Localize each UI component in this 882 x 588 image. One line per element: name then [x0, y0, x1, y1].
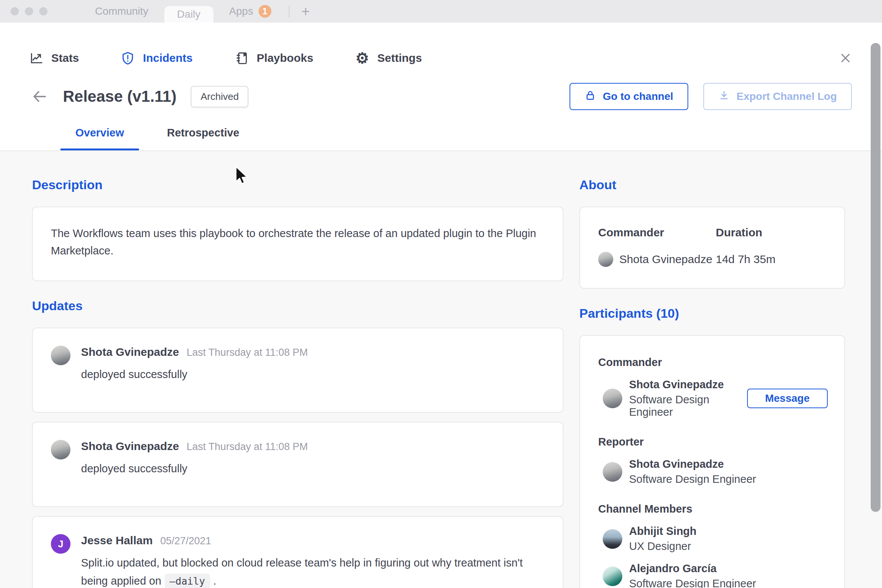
browser-tab-bar: Community Daily Apps 1 + — [0, 0, 882, 23]
participants-heading: Participants (10) — [579, 306, 845, 321]
about-card: Commander Duration Shota Gvinepadze 14d … — [579, 207, 845, 289]
new-tab-button[interactable]: + — [296, 4, 316, 18]
export-channel-log-label: Export Channel Log — [737, 90, 837, 103]
inline-code: –daily — [165, 574, 210, 588]
browser-tab-apps[interactable]: Apps 1 — [213, 0, 279, 23]
participant-role: UX Designer — [629, 540, 697, 553]
go-to-channel-button[interactable]: Go to channel — [570, 83, 688, 110]
avatar: J — [51, 534, 70, 554]
description-heading: Description — [32, 178, 564, 192]
download-icon — [718, 90, 730, 104]
export-channel-log-button[interactable]: Export Channel Log — [703, 83, 852, 110]
post-author: Shota Gvinepadze — [81, 346, 179, 358]
post-timestamp: Last Thursday at 11:08 PM — [187, 441, 308, 453]
participant-name: Shota Gvinepadze — [629, 458, 756, 470]
commander-label: Commander — [598, 226, 716, 239]
avatar — [603, 462, 622, 482]
participant-row: Alejandro García Software Design Enginee… — [598, 562, 828, 588]
chart-line-icon — [29, 51, 43, 65]
view-tabs: Overview Retrospective — [60, 127, 882, 150]
nav-item-label: Incidents — [143, 52, 193, 64]
participant-name: Alejandro García — [629, 562, 756, 575]
close-icon[interactable] — [839, 52, 852, 64]
participant-row: Shota Gvinepadze Software Design Enginee… — [598, 458, 828, 485]
participant-role: Software Design Engineer — [629, 394, 740, 418]
window-maximize-button[interactable] — [39, 7, 47, 15]
participant-name: Abhijit Singh — [629, 525, 697, 537]
status-badge: Archived — [191, 86, 248, 107]
tab-overview[interactable]: Overview — [60, 127, 139, 150]
app-window: Community Daily Apps 1 + Stats — [0, 0, 882, 588]
update-post: Shota Gvinepadze Last Thursday at 11:08 … — [32, 422, 564, 507]
message-button[interactable]: Message — [747, 389, 828, 408]
participants-commander-label: Commander — [598, 356, 828, 369]
nav-item-label: Settings — [377, 52, 422, 64]
nav-item-label: Stats — [51, 52, 79, 64]
participants-reporter-label: Reporter — [598, 436, 828, 448]
go-to-channel-label: Go to channel — [603, 90, 673, 103]
title-row: Release (v1.11) Archived Go to channel — [32, 83, 852, 110]
avatar — [598, 252, 613, 267]
duration-label: Duration — [716, 226, 826, 239]
avatar — [51, 346, 70, 365]
avatar — [603, 529, 622, 549]
commander-name: Shota Gvinepadze — [619, 253, 712, 266]
about-heading: About — [579, 178, 845, 192]
post-message: deployed successfully — [81, 365, 308, 383]
post-timestamp: Last Thursday at 11:08 PM — [187, 347, 308, 358]
window-minimize-button[interactable] — [25, 7, 33, 15]
shield-alert-icon — [121, 51, 135, 65]
lock-icon — [585, 90, 596, 104]
nav-item-label: Playbooks — [257, 52, 313, 64]
participant-name: Shota Gvinepadze — [629, 378, 740, 391]
apps-count-badge: 1 — [259, 5, 271, 18]
tab-retrospective[interactable]: Retrospective — [152, 127, 254, 150]
overview-content: Description The Workflows team uses this… — [0, 151, 882, 588]
browser-tab-apps-label: Apps — [229, 5, 253, 17]
participant-role: Software Design Engineer — [629, 577, 756, 588]
avatar — [603, 389, 622, 408]
post-author: Shota Gvinepadze — [81, 440, 179, 453]
post-author: Jesse Hallam — [81, 534, 153, 547]
playbook-icon — [235, 51, 248, 65]
post-message: deployed successfully — [81, 459, 308, 478]
browser-tab-daily[interactable]: Daily — [164, 6, 213, 23]
nav-item-settings[interactable]: ⚙ Settings — [355, 51, 422, 66]
page-title: Release (v1.11) — [63, 87, 176, 106]
avatar — [603, 567, 622, 586]
update-post: J Jesse Hallam 05/27/2021 Split.io updat… — [32, 516, 564, 588]
scrollbar-thumb[interactable] — [871, 43, 880, 512]
participant-row: Abhijit Singh UX Designer — [598, 525, 828, 553]
post-timestamp: 05/27/2021 — [160, 535, 211, 547]
participant-row: Shota Gvinepadze Software Design Enginee… — [598, 378, 828, 418]
post-message: Split.io updated, but blocked on cloud r… — [81, 554, 545, 588]
nav-item-incidents[interactable]: Incidents — [121, 51, 193, 65]
nav-item-playbooks[interactable]: Playbooks — [235, 51, 313, 65]
tab-separator — [289, 5, 289, 17]
nav-item-stats[interactable]: Stats — [29, 51, 79, 65]
back-arrow-icon[interactable] — [32, 89, 47, 104]
avatar — [51, 440, 70, 459]
top-nav: Stats Incidents — [29, 50, 852, 66]
participant-role: Software Design Engineer — [629, 473, 756, 485]
browser-tab-community[interactable]: Community — [79, 0, 164, 23]
description-card: The Workflows team uses this playbook to… — [32, 207, 564, 281]
gear-icon: ⚙ — [355, 51, 369, 66]
header: Stats Incidents — [0, 23, 882, 151]
updates-heading: Updates — [32, 299, 564, 313]
window-close-button[interactable] — [11, 7, 19, 15]
description-text: The Workflows team uses this playbook to… — [51, 227, 536, 257]
update-post: Shota Gvinepadze Last Thursday at 11:08 … — [32, 328, 564, 413]
window-controls — [11, 0, 47, 23]
channel-members-label: Channel Members — [598, 503, 828, 515]
duration-value: 14d 7h 35m — [716, 253, 826, 266]
participants-card: Commander Shota Gvinepadze Software Desi… — [579, 335, 845, 588]
